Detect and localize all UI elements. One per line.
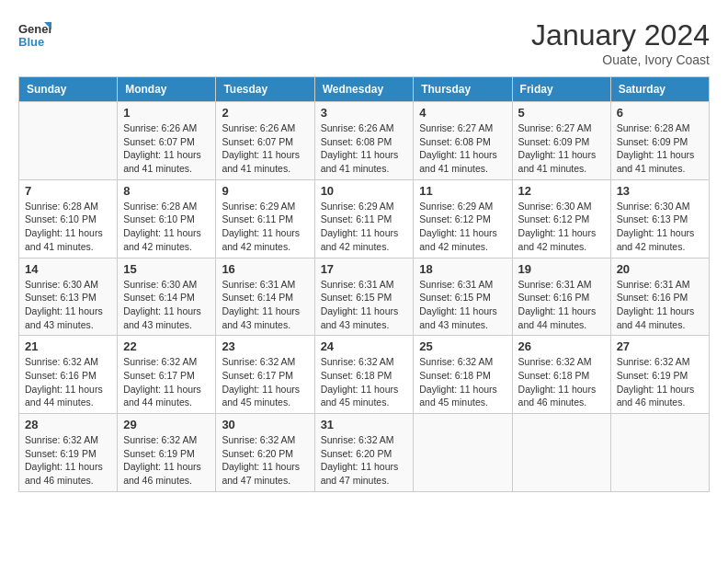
calendar-cell: 6Sunrise: 6:28 AMSunset: 6:09 PMDaylight… bbox=[610, 102, 709, 180]
day-number: 25 bbox=[419, 339, 506, 353]
day-number: 14 bbox=[25, 262, 111, 276]
week-row-3: 14Sunrise: 6:30 AMSunset: 6:13 PMDayligh… bbox=[19, 258, 710, 336]
day-number: 26 bbox=[518, 339, 605, 353]
day-info: Sunrise: 6:26 AMSunset: 6:07 PMDaylight:… bbox=[222, 121, 308, 176]
calendar-cell bbox=[414, 414, 512, 492]
title-block: January 2024 Ouate, Ivory Coast bbox=[531, 18, 710, 67]
calendar-cell: 4Sunrise: 6:27 AMSunset: 6:08 PMDaylight… bbox=[414, 102, 512, 180]
calendar-cell: 5Sunrise: 6:27 AMSunset: 6:09 PMDaylight… bbox=[512, 102, 610, 180]
day-number: 29 bbox=[123, 418, 210, 431]
calendar-cell: 24Sunrise: 6:32 AMSunset: 6:18 PMDayligh… bbox=[314, 336, 414, 414]
day-number: 12 bbox=[518, 184, 605, 198]
day-number: 2 bbox=[222, 106, 308, 120]
day-number: 18 bbox=[419, 262, 506, 276]
day-info: Sunrise: 6:28 AMSunset: 6:10 PMDaylight:… bbox=[25, 200, 111, 254]
calendar-table: SundayMondayTuesdayWednesdayThursdayFrid… bbox=[18, 76, 710, 492]
calendar-cell: 25Sunrise: 6:32 AMSunset: 6:18 PMDayligh… bbox=[414, 336, 512, 414]
calendar-cell: 15Sunrise: 6:30 AMSunset: 6:14 PMDayligh… bbox=[118, 258, 216, 336]
svg-text:Blue: Blue bbox=[18, 35, 44, 49]
calendar-cell: 31Sunrise: 6:32 AMSunset: 6:20 PMDayligh… bbox=[314, 414, 414, 492]
day-number: 5 bbox=[518, 106, 605, 120]
day-number: 27 bbox=[617, 339, 703, 353]
logo-icon: General Blue bbox=[18, 18, 51, 52]
day-info: Sunrise: 6:30 AMSunset: 6:13 PMDaylight:… bbox=[25, 278, 111, 332]
calendar-cell: 28Sunrise: 6:32 AMSunset: 6:19 PMDayligh… bbox=[19, 414, 118, 492]
day-info: Sunrise: 6:31 AMSunset: 6:15 PMDaylight:… bbox=[419, 278, 506, 332]
day-info: Sunrise: 6:30 AMSunset: 6:13 PMDaylight:… bbox=[617, 200, 703, 254]
day-info: Sunrise: 6:28 AMSunset: 6:10 PMDaylight:… bbox=[123, 200, 210, 254]
page-header: General Blue January 2024 Ouate, Ivory C… bbox=[18, 18, 710, 67]
day-number: 30 bbox=[222, 418, 308, 431]
calendar-cell bbox=[19, 102, 118, 180]
day-info: Sunrise: 6:31 AMSunset: 6:16 PMDaylight:… bbox=[617, 278, 703, 332]
day-info: Sunrise: 6:27 AMSunset: 6:09 PMDaylight:… bbox=[518, 121, 605, 176]
day-info: Sunrise: 6:32 AMSunset: 6:20 PMDaylight:… bbox=[321, 433, 408, 488]
day-header-sunday: Sunday bbox=[19, 77, 118, 102]
calendar-cell: 7Sunrise: 6:28 AMSunset: 6:10 PMDaylight… bbox=[19, 179, 118, 258]
day-number: 31 bbox=[321, 418, 408, 431]
day-number: 13 bbox=[617, 184, 703, 198]
calendar-cell: 27Sunrise: 6:32 AMSunset: 6:19 PMDayligh… bbox=[610, 336, 709, 414]
calendar-cell bbox=[512, 414, 610, 492]
day-number: 6 bbox=[617, 106, 703, 120]
day-info: Sunrise: 6:30 AMSunset: 6:14 PMDaylight:… bbox=[123, 278, 210, 332]
day-info: Sunrise: 6:29 AMSunset: 6:12 PMDaylight:… bbox=[419, 200, 506, 254]
day-header-tuesday: Tuesday bbox=[216, 77, 314, 102]
day-info: Sunrise: 6:32 AMSunset: 6:20 PMDaylight:… bbox=[222, 433, 308, 488]
day-number: 19 bbox=[518, 262, 605, 276]
day-info: Sunrise: 6:32 AMSunset: 6:17 PMDaylight:… bbox=[123, 355, 210, 409]
day-number: 7 bbox=[25, 184, 111, 198]
day-info: Sunrise: 6:32 AMSunset: 6:19 PMDaylight:… bbox=[25, 433, 111, 488]
calendar-cell: 26Sunrise: 6:32 AMSunset: 6:18 PMDayligh… bbox=[512, 336, 610, 414]
calendar-cell: 1Sunrise: 6:26 AMSunset: 6:07 PMDaylight… bbox=[118, 102, 216, 180]
day-number: 21 bbox=[25, 339, 111, 353]
calendar-cell: 14Sunrise: 6:30 AMSunset: 6:13 PMDayligh… bbox=[19, 258, 118, 336]
month-title: January 2024 bbox=[531, 18, 710, 52]
day-number: 15 bbox=[123, 262, 210, 276]
day-header-saturday: Saturday bbox=[610, 77, 709, 102]
calendar-cell: 23Sunrise: 6:32 AMSunset: 6:17 PMDayligh… bbox=[216, 336, 314, 414]
day-info: Sunrise: 6:32 AMSunset: 6:18 PMDaylight:… bbox=[419, 355, 506, 409]
day-info: Sunrise: 6:26 AMSunset: 6:07 PMDaylight:… bbox=[123, 121, 210, 176]
day-info: Sunrise: 6:32 AMSunset: 6:16 PMDaylight:… bbox=[25, 355, 111, 409]
calendar-cell: 22Sunrise: 6:32 AMSunset: 6:17 PMDayligh… bbox=[118, 336, 216, 414]
day-info: Sunrise: 6:31 AMSunset: 6:14 PMDaylight:… bbox=[222, 278, 308, 332]
week-row-5: 28Sunrise: 6:32 AMSunset: 6:19 PMDayligh… bbox=[19, 414, 710, 492]
day-header-monday: Monday bbox=[118, 77, 216, 102]
calendar-cell: 19Sunrise: 6:31 AMSunset: 6:16 PMDayligh… bbox=[512, 258, 610, 336]
calendar-cell: 17Sunrise: 6:31 AMSunset: 6:15 PMDayligh… bbox=[314, 258, 414, 336]
day-number: 17 bbox=[321, 262, 408, 276]
day-info: Sunrise: 6:27 AMSunset: 6:08 PMDaylight:… bbox=[419, 121, 506, 176]
day-number: 3 bbox=[321, 106, 408, 120]
week-row-1: 1Sunrise: 6:26 AMSunset: 6:07 PMDaylight… bbox=[19, 102, 710, 180]
day-info: Sunrise: 6:26 AMSunset: 6:08 PMDaylight:… bbox=[321, 121, 408, 176]
day-info: Sunrise: 6:32 AMSunset: 6:19 PMDaylight:… bbox=[617, 355, 703, 409]
day-number: 10 bbox=[321, 184, 408, 198]
calendar-cell: 29Sunrise: 6:32 AMSunset: 6:19 PMDayligh… bbox=[118, 414, 216, 492]
calendar-cell bbox=[610, 414, 709, 492]
day-number: 28 bbox=[25, 418, 111, 431]
header-row: SundayMondayTuesdayWednesdayThursdayFrid… bbox=[19, 77, 710, 102]
calendar-cell: 18Sunrise: 6:31 AMSunset: 6:15 PMDayligh… bbox=[414, 258, 512, 336]
calendar-cell: 21Sunrise: 6:32 AMSunset: 6:16 PMDayligh… bbox=[19, 336, 118, 414]
day-info: Sunrise: 6:32 AMSunset: 6:17 PMDaylight:… bbox=[222, 355, 308, 409]
logo: General Blue bbox=[18, 18, 51, 52]
calendar-cell: 30Sunrise: 6:32 AMSunset: 6:20 PMDayligh… bbox=[216, 414, 314, 492]
day-info: Sunrise: 6:28 AMSunset: 6:09 PMDaylight:… bbox=[617, 121, 703, 176]
calendar-cell: 11Sunrise: 6:29 AMSunset: 6:12 PMDayligh… bbox=[414, 179, 512, 258]
day-number: 4 bbox=[419, 106, 506, 120]
day-number: 20 bbox=[617, 262, 703, 276]
calendar-cell: 12Sunrise: 6:30 AMSunset: 6:12 PMDayligh… bbox=[512, 179, 610, 258]
day-number: 24 bbox=[321, 339, 408, 353]
calendar-cell: 16Sunrise: 6:31 AMSunset: 6:14 PMDayligh… bbox=[216, 258, 314, 336]
day-header-friday: Friday bbox=[512, 77, 610, 102]
day-info: Sunrise: 6:32 AMSunset: 6:19 PMDaylight:… bbox=[123, 433, 210, 488]
day-number: 22 bbox=[123, 339, 210, 353]
day-number: 9 bbox=[222, 184, 308, 198]
calendar-cell: 3Sunrise: 6:26 AMSunset: 6:08 PMDaylight… bbox=[314, 102, 414, 180]
day-number: 23 bbox=[222, 339, 308, 353]
day-info: Sunrise: 6:29 AMSunset: 6:11 PMDaylight:… bbox=[321, 200, 408, 254]
day-number: 16 bbox=[222, 262, 308, 276]
day-info: Sunrise: 6:32 AMSunset: 6:18 PMDaylight:… bbox=[518, 355, 605, 409]
day-header-wednesday: Wednesday bbox=[314, 77, 414, 102]
